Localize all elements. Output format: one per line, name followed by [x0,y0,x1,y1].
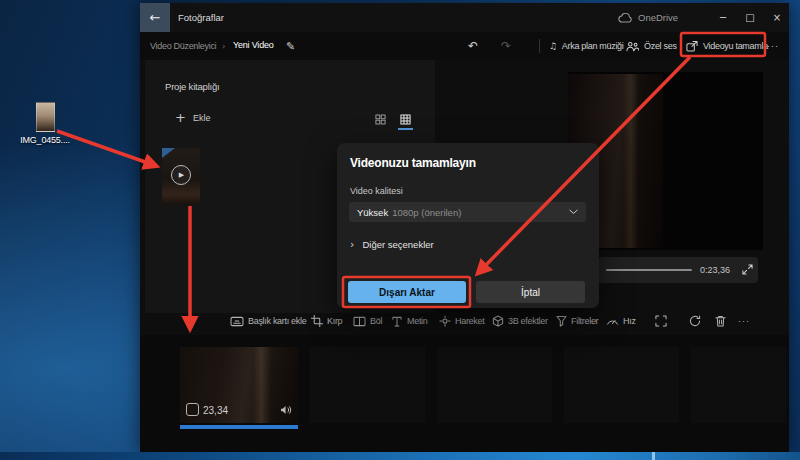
quality-select[interactable]: Yüksek 1080p (önerilen) [349,202,586,222]
split-button[interactable]: Böl [353,309,382,333]
storyboard-timeline: 23,34 [140,335,789,452]
onedrive-status[interactable]: OneDrive [618,3,678,32]
cube-3d-icon [492,315,504,328]
breadcrumb-video-editor[interactable]: Video Düzenleyici [150,32,216,60]
resize-frame-button[interactable] [655,309,667,333]
effects-3d-label: 3B efektler [508,316,548,326]
text-label: Metin [407,316,428,326]
taskbar-indicator [652,452,655,460]
cloud-icon [618,13,632,23]
small-grid-view-button[interactable] [400,114,411,125]
empty-storyboard-slot [691,347,786,423]
frame-corners-icon [655,315,667,327]
playback-controls: 0:23,36 [598,257,758,283]
trash-icon [715,315,726,327]
trim-button[interactable]: Kırp [311,309,342,333]
people-icon [626,41,639,52]
rotate-button[interactable] [689,309,701,333]
custom-audio-label: Özel ses [644,41,677,51]
maximize-button[interactable]: □ [737,3,763,31]
selection-corner [162,148,175,158]
clip-duration: 23,34 [203,405,228,416]
empty-storyboard-slot [564,347,679,423]
file-label: IMG_0455.... [12,135,78,145]
speaker-icon [280,405,292,415]
finish-video-label: Videoyu tamamla [703,41,768,51]
close-button[interactable]: × [764,3,790,31]
playback-time: 0:23,36 [698,257,730,283]
titlebar: ← Fotoğraflar OneDrive ─ □ × [140,3,789,32]
add-media-button[interactable]: + Ekle [175,110,210,125]
motion-button[interactable]: Hareket [439,309,484,333]
app-title: Fotoğraflar [178,3,224,32]
add-title-card-label: Başlık kartı ekle [248,316,306,326]
add-title-card-button[interactable]: Başlık kartı ekle [230,309,306,333]
effects-3d-button[interactable]: 3B efektler [492,309,548,333]
clip-audio-indicator[interactable] [280,405,292,415]
title-card-icon [230,316,244,327]
onedrive-label: OneDrive [638,12,678,23]
grid-large-icon [375,114,386,125]
clip-progress-bar [180,425,298,429]
dialog-title: Videonuzu tamamlayın [350,156,476,170]
more-options-expander[interactable]: › Diğer seçenekler [350,238,434,251]
speed-gauge-icon [606,316,619,326]
chevron-down-icon [569,209,578,215]
quality-selected-value: Yüksek [357,207,388,218]
background-music-button[interactable]: ♫ Arka plan müziği [549,32,624,60]
motion-label: Hareket [455,316,484,326]
speed-label: Hız [623,316,636,326]
split-icon [353,316,366,327]
rename-pencil-icon[interactable]: ✎ [286,32,295,60]
taskbar[interactable] [0,452,800,460]
plus-icon: + [175,110,186,125]
photos-app-window: ← Fotoğraflar OneDrive ─ □ × Video Düzen… [140,3,789,452]
delete-button[interactable] [715,309,726,333]
clip-checkbox[interactable] [186,403,199,416]
project-media-thumbnail[interactable]: ▶ [162,148,200,205]
selected-view-underline [398,128,413,130]
back-button[interactable]: ← [140,3,170,32]
file-thumbnail-image [36,102,55,132]
more-options-label: Diğer seçenekler [362,239,433,250]
custom-audio-button[interactable]: Özel ses [626,32,677,60]
see-more-button[interactable]: ··· [767,32,779,60]
split-label: Böl [370,316,382,326]
finish-video-button[interactable]: Videoyu tamamla [686,32,768,60]
text-button[interactable]: Metin [391,309,428,333]
chevron-right-icon: › [350,238,354,251]
seek-bar[interactable] [606,269,692,271]
breadcrumb-separator: › [222,32,226,60]
text-icon [391,316,403,327]
filters-button[interactable]: Filtreler [556,309,598,333]
command-bar: Video Düzenleyici › Yeni Video ✎ ↶ ↷ ♫ A… [140,32,789,60]
desktop-file-icon[interactable]: IMG_0455.... [12,102,78,145]
video-quality-label: Video kalitesi [350,186,403,196]
minimize-button[interactable]: ─ [710,3,736,31]
project-library-title: Proje kitaplığı [165,81,220,92]
large-grid-view-button[interactable] [375,114,386,125]
trim-label: Kırp [327,316,342,326]
speed-button[interactable]: Hız [606,309,636,333]
fullscreen-button[interactable] [742,264,753,275]
undo-button[interactable]: ↶ [468,32,478,60]
filters-label: Filtreler [571,316,598,326]
music-note-icon: ♫ [549,41,557,51]
export-button[interactable]: Dışarı Aktar [348,281,466,303]
background-music-label: Arka plan müziği [562,41,624,51]
add-label: Ekle [193,113,211,123]
toolbar-divider [539,39,540,53]
breadcrumb-current-tab[interactable]: Yeni Video [233,32,274,58]
motion-icon [439,315,451,327]
grid-small-icon [400,114,411,125]
trim-icon [311,315,323,327]
empty-storyboard-slot [310,347,425,423]
filter-icon [556,315,567,327]
cancel-button[interactable]: İptal [476,281,585,303]
quality-selected-hint: 1080p (önerilen) [392,207,461,218]
timeline-more-button[interactable]: ··· [738,309,750,333]
redo-button[interactable]: ↷ [501,32,511,60]
export-icon [686,40,698,52]
timeline-clip[interactable]: 23,34 [180,347,298,423]
finish-video-dialog: Videonuzu tamamlayın Video kalitesi Yüks… [337,143,599,308]
